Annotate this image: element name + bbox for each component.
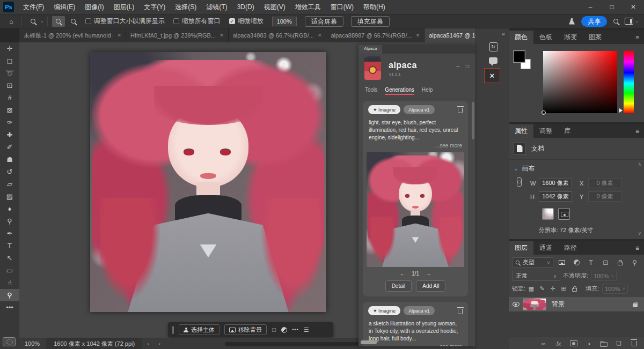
link-dimensions-icon[interactable] [517, 177, 522, 187]
home-icon[interactable]: ⌂ [4, 18, 18, 25]
document-tab[interactable]: HfmLKfA0_t.jpg @ 239%(RGB...✕ [126, 28, 229, 42]
more-options-icon[interactable]: ••• [292, 327, 298, 332]
brush-tool[interactable]: ✐ [0, 141, 19, 153]
lock-artboard-icon[interactable]: ⊞ [559, 285, 568, 292]
tab-close-icon[interactable]: ✕ [219, 33, 224, 38]
adjustment-icon[interactable] [281, 327, 287, 333]
adjustment-layer-icon[interactable]: ◑ [583, 340, 595, 347]
color-tab-2[interactable]: 渐变 [558, 31, 583, 44]
pen-tool[interactable]: ✒ [0, 227, 19, 240]
filter-shape-icon[interactable]: ⊡ [599, 257, 612, 268]
zoom-tool-icon[interactable] [26, 16, 39, 27]
zoom-out-button[interactable] [67, 16, 80, 27]
tab-close-icon[interactable]: ✕ [416, 33, 420, 38]
imagine-pill[interactable]: ✦ Imagine [368, 105, 400, 114]
alpaca-horizontal-scrollbar-thumb[interactable] [361, 340, 377, 344]
alpaca-plugin-toggle-button[interactable]: ✕ [484, 68, 500, 83]
tool-preset-chevron-icon[interactable]: ⌄ [40, 19, 44, 24]
move-tool[interactable]: ✛ [0, 42, 19, 55]
alpaca-panel-tab[interactable]: Alpaca [358, 45, 382, 54]
see-more-link[interactable]: ...see more [363, 343, 468, 346]
status-caret-left-icon[interactable]: ‹ [154, 340, 166, 347]
menu-item-5[interactable]: 选择(S) [170, 0, 201, 14]
menu-item-10[interactable]: 窗口(W) [326, 0, 358, 14]
panel-popout-icon[interactable]: □ [466, 63, 469, 69]
menu-item-2[interactable]: 图像(I) [80, 0, 108, 14]
hand-tool[interactable]: ☝ [0, 277, 19, 289]
layer-filter-select[interactable]: 类型 ∨ [512, 257, 553, 268]
minimize-button[interactable]: – [580, 0, 601, 14]
collapse-panels-icon[interactable]: « [502, 31, 505, 37]
maximize-button[interactable]: □ [601, 0, 623, 14]
add-mask-icon[interactable] [568, 340, 580, 346]
model-pill[interactable]: Alpaca v1 [404, 105, 435, 114]
color-tab-3[interactable]: 图案 [583, 31, 608, 44]
new-group-icon[interactable] [598, 340, 610, 347]
properties-tab-2[interactable]: 库 [558, 124, 576, 138]
clone-stamp-tool[interactable]: ☗ [0, 153, 19, 166]
select-subject-button[interactable]: 选择主体 [179, 324, 219, 335]
lock-position-icon[interactable]: ✛ [548, 285, 558, 292]
properties-tab-1[interactable]: 调整 [533, 124, 558, 138]
alpaca-nav-tools[interactable]: Tools [365, 87, 377, 95]
lock-pixels-icon[interactable]: ✎ [537, 285, 547, 292]
document-tab[interactable]: alpaca88987 @ 66.7%(RGB/...✕ [326, 28, 425, 42]
color-swatches[interactable] [513, 50, 535, 73]
menu-item-1[interactable]: 编辑(E) [49, 0, 80, 14]
saturation-brightness-field[interactable] [543, 51, 617, 113]
version-history-icon[interactable]: ↻ [487, 40, 500, 53]
eraser-tool[interactable]: ▱ [0, 178, 19, 190]
link-layers-icon[interactable]: ∞ [538, 340, 550, 347]
document-image[interactable] [90, 52, 326, 312]
detail-button[interactable]: Detail [385, 280, 412, 292]
generated-image-preview[interactable] [367, 152, 464, 267]
crop-tool[interactable]: # [0, 92, 19, 104]
healing-brush-tool[interactable]: ✚ [0, 129, 19, 141]
scroll-up-hint-icon[interactable]: ∧ [638, 161, 641, 167]
scroll-down-hint-icon[interactable]: ∨ [638, 231, 641, 236]
layers-tab-0[interactable]: 图层 [509, 241, 533, 255]
add-all-button[interactable]: Add All [416, 280, 445, 292]
layer-name[interactable]: 背景 [552, 300, 565, 309]
status-document-dimensions[interactable]: 1600 像素 x 1042 像素 (72 ppi) [46, 338, 142, 349]
trash-icon[interactable] [458, 108, 463, 113]
alpaca-vertical-scrollbar-thumb[interactable] [472, 102, 474, 139]
lock-transparency-icon[interactable]: ▦ [526, 285, 536, 292]
hue-slider[interactable] [624, 51, 634, 113]
eyedropper-tool[interactable]: ✑ [0, 116, 19, 129]
share-button[interactable]: 共享 [581, 16, 607, 27]
menu-item-11[interactable]: 帮助(H) [358, 0, 390, 14]
menu-item-7[interactable]: 3D(D) [232, 0, 259, 14]
screen-mode-button[interactable] [3, 337, 16, 346]
gradient-tool[interactable]: ▨ [0, 190, 19, 203]
imagine-pill[interactable]: ✦ Imagine [368, 306, 400, 315]
filter-type-icon[interactable]: T [585, 257, 597, 268]
layer-visibility-toggle[interactable] [509, 302, 523, 307]
remove-background-button[interactable]: 移除背景 [224, 324, 267, 335]
status-zoom-level[interactable]: 100% [19, 340, 46, 347]
fit-screen-button[interactable]: 适合屏幕 [305, 16, 343, 27]
layer-thumbnail[interactable] [523, 298, 546, 310]
layer-style-icon[interactable]: fx [553, 340, 565, 347]
dodge-tool[interactable]: ⚲ [0, 215, 19, 227]
history-brush-tool[interactable]: ↺ [0, 166, 19, 178]
menu-item-3[interactable]: 图层(L) [109, 0, 140, 14]
frame-tool[interactable]: ⊠ [0, 104, 19, 116]
more-tools[interactable]: ••• [0, 301, 19, 314]
filter-smart-object-icon[interactable] [614, 257, 626, 268]
zoom-percent-input[interactable]: 100% [272, 17, 297, 26]
alpaca-nav-generations[interactable]: Generations [385, 87, 414, 95]
comments-icon[interactable] [487, 54, 500, 67]
alpaca-nav-help[interactable]: Help [422, 87, 433, 95]
color-tab-1[interactable]: 色板 [533, 31, 558, 44]
panel-menu-icon[interactable]: ≡ [635, 124, 644, 138]
landscape-orientation-button[interactable] [558, 208, 570, 220]
document-tab[interactable]: 未标题-1 @ 200% (evil humanoid ghou...✕ [19, 28, 126, 42]
document-type-button[interactable] [513, 142, 526, 155]
menu-item-8[interactable]: 视图(V) [259, 0, 290, 14]
menu-item-6[interactable]: 滤镜(T) [201, 0, 232, 14]
panel-menu-icon[interactable]: ≡ [635, 241, 644, 255]
blur-tool[interactable]: ♦ [0, 203, 19, 215]
menu-item-9[interactable]: 增效工具 [290, 0, 326, 14]
object-selection-tool[interactable]: ⊡ [0, 79, 19, 92]
